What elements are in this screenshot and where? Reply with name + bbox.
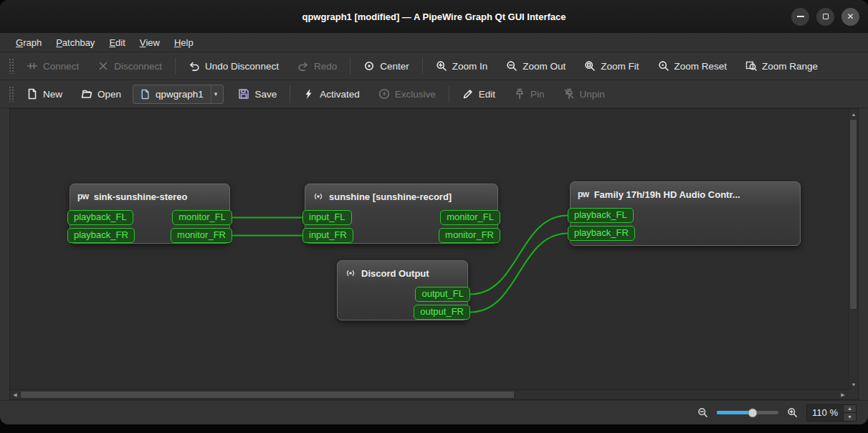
scroll-down-arrow[interactable]: ▼ <box>849 379 859 389</box>
spin-buttons: ▲ ▼ <box>843 405 856 421</box>
audio-device-icon <box>345 267 356 279</box>
port-monitor-fr[interactable]: monitor_FR <box>439 228 500 243</box>
zoom-reset-button[interactable]: Zoom Reset <box>651 57 735 75</box>
menu-graph[interactable]: Graph <box>9 33 49 52</box>
horizontal-scroll-thumb[interactable] <box>20 391 515 399</box>
node-header: pw Family 17h/19h HD Audio Contr... <box>571 182 800 205</box>
chevron-down-icon: ▾ <box>211 85 221 103</box>
audio-device-icon <box>313 191 324 202</box>
connect-button[interactable]: Connect <box>19 57 86 75</box>
vertical-scrollbar[interactable]: ▲ ▼ <box>848 109 858 389</box>
zoom-reset-label: Zoom Reset <box>674 61 728 72</box>
node-discord-output[interactable]: Discord Output output_FL output_FR <box>337 260 468 320</box>
port-output-fl[interactable]: output_FL <box>415 287 470 302</box>
redo-button[interactable]: Redo <box>290 57 344 75</box>
menu-patchbay[interactable]: Patchbay <box>49 33 102 52</box>
zoom-in-icon <box>436 60 447 72</box>
activated-label: Activated <box>320 89 360 100</box>
pin-label: Pin <box>530 89 545 100</box>
open-label: Open <box>97 89 121 100</box>
zoom-range-label: Zoom Range <box>762 61 818 72</box>
save-label: Save <box>254 89 277 100</box>
node-header: sunshine [sunshine-record] <box>305 184 497 207</box>
window-title: qpwgraph1 [modified] — A PipeWire Graph … <box>302 11 566 22</box>
node-title: Family 17h/19h HD Audio Contr... <box>594 189 740 200</box>
port-monitor-fr[interactable]: monitor_FR <box>171 228 232 243</box>
connection-wires[interactable] <box>10 109 848 389</box>
session-combo[interactable]: qpwgraph1 ▾ <box>133 85 224 104</box>
maximize-button[interactable] <box>816 8 834 26</box>
minimize-button[interactable] <box>791 8 809 26</box>
zoom-out-icon[interactable] <box>697 407 708 418</box>
redo-label: Redo <box>314 61 337 72</box>
vertical-scroll-thumb[interactable] <box>849 119 857 310</box>
port-output-fr[interactable]: output_FR <box>414 305 470 320</box>
exclusive-lightning-icon <box>378 88 390 100</box>
zoom-range-button[interactable]: Zoom Range <box>738 57 825 75</box>
toolbar-drag-handle[interactable] <box>9 58 14 74</box>
port-playback-fr[interactable]: playback_FR <box>568 226 635 241</box>
edit-button[interactable]: Edit <box>455 85 502 103</box>
maximize-icon <box>823 14 829 19</box>
node-header: pw sink-sunshine-stereo <box>70 184 229 207</box>
menu-view[interactable]: View <box>133 33 167 52</box>
new-button[interactable]: New <box>19 85 70 103</box>
center-icon <box>363 60 375 72</box>
zoom-in-label: Zoom In <box>452 61 488 72</box>
menu-edit[interactable]: Edit <box>102 33 132 52</box>
port-monitor-fl[interactable]: monitor_FL <box>440 210 500 225</box>
lightning-icon <box>303 88 315 100</box>
undo-icon <box>189 60 200 72</box>
spin-up-button[interactable]: ▲ <box>844 405 856 414</box>
graph-canvas-frame: pw sink-sunshine-stereo playback_FL moni… <box>9 108 859 400</box>
scroll-up-arrow[interactable]: ▲ <box>849 109 859 119</box>
zoom-out-icon <box>506 60 518 72</box>
port-input-fl[interactable]: input_FL <box>302 210 352 225</box>
disconnect-button[interactable]: Disconnect <box>90 57 169 75</box>
menu-help[interactable]: Help <box>167 33 201 52</box>
spin-down-button[interactable]: ▼ <box>844 413 856 421</box>
close-button[interactable]: ✕ <box>841 8 859 26</box>
statusbar: 110 % ▲ ▼ <box>0 400 868 424</box>
zoom-out-button[interactable]: Zoom Out <box>499 57 573 75</box>
port-playback-fl[interactable]: playback_FL <box>67 210 133 225</box>
window-controls: ✕ <box>791 0 859 33</box>
undo-disconnect-button[interactable]: Undo Disconnect <box>181 57 286 75</box>
zoom-value[interactable]: 110 % <box>807 405 843 421</box>
titlebar: qpwgraph1 [modified] — A PipeWire Graph … <box>0 0 868 33</box>
toolbar-drag-handle[interactable] <box>9 86 14 102</box>
app-window: qpwgraph1 [modified] — A PipeWire Graph … <box>0 0 868 424</box>
horizontal-scrollbar[interactable]: ◀ ▶ <box>10 389 848 399</box>
scroll-right-arrow[interactable]: ▶ <box>838 390 848 400</box>
zoom-slider-handle[interactable] <box>748 408 757 417</box>
open-folder-icon <box>81 88 92 100</box>
center-button[interactable]: Center <box>356 57 416 75</box>
zoom-out-label: Zoom Out <box>523 61 566 72</box>
node-family-hd-audio[interactable]: pw Family 17h/19h HD Audio Contr... play… <box>570 181 801 246</box>
edit-label: Edit <box>479 89 495 100</box>
zoom-in-button[interactable]: Zoom In <box>429 57 495 75</box>
unpin-button[interactable]: Unpin <box>556 85 612 103</box>
port-playback-fl[interactable]: playback_FL <box>568 208 634 223</box>
activated-toggle[interactable]: Activated <box>296 85 367 103</box>
new-file-icon <box>27 88 38 100</box>
node-title: sunshine [sunshine-record] <box>329 191 452 202</box>
node-sunshine-record[interactable]: sunshine [sunshine-record] input_FL moni… <box>305 184 498 244</box>
graph-canvas[interactable]: pw sink-sunshine-stereo playback_FL moni… <box>10 109 848 389</box>
exclusive-toggle[interactable]: Exclusive <box>371 85 443 103</box>
save-button[interactable]: Save <box>231 85 284 103</box>
zoom-fit-button[interactable]: Zoom Fit <box>577 57 646 75</box>
save-icon <box>238 88 249 100</box>
scroll-left-arrow[interactable]: ◀ <box>10 390 20 400</box>
port-monitor-fl[interactable]: monitor_FL <box>172 210 232 225</box>
zoom-slider[interactable] <box>717 411 778 414</box>
zoom-spinbox[interactable]: 110 % ▲ ▼ <box>806 404 857 422</box>
pin-button[interactable]: Pin <box>507 85 552 103</box>
node-title: sink-sunshine-stereo <box>94 191 188 202</box>
port-input-fr[interactable]: input_FR <box>302 228 353 243</box>
node-sink-sunshine-stereo[interactable]: pw sink-sunshine-stereo playback_FL moni… <box>70 184 230 244</box>
zoom-reset-icon <box>658 60 669 72</box>
port-playback-fr[interactable]: playback_FR <box>67 228 135 243</box>
open-button[interactable]: Open <box>74 85 128 103</box>
zoom-in-icon[interactable] <box>787 407 798 418</box>
